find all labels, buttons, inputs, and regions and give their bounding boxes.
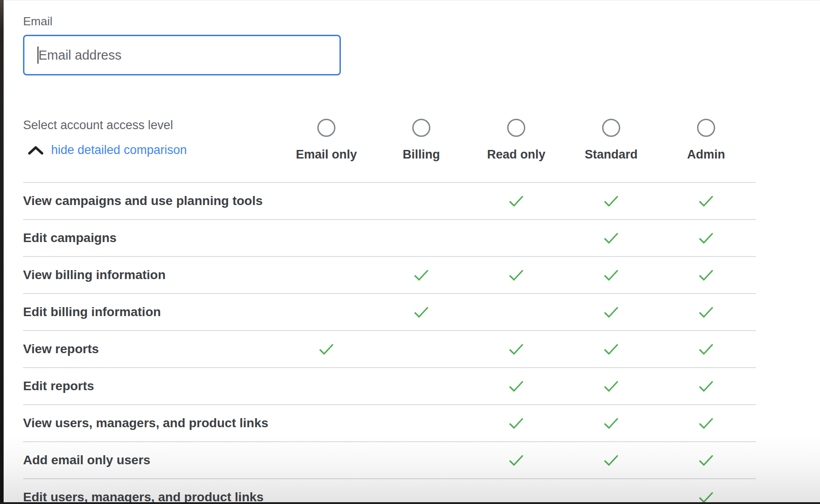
check-cell-read-only	[469, 183, 564, 219]
table-row-add-email-only-users: Add email only users	[23, 442, 756, 479]
access-level-column-admin: Admin	[659, 112, 754, 162]
email-input[interactable]	[38, 48, 305, 63]
check-cell-admin	[659, 442, 754, 478]
access-level-label-email-only: Email only	[296, 147, 357, 162]
radio-read-only[interactable]	[507, 119, 525, 137]
email-label: Email	[23, 14, 756, 29]
check-cell-read-only	[469, 294, 564, 330]
feature-label: Edit billing information	[23, 305, 279, 319]
check-cell-billing	[374, 294, 469, 330]
checkmark-icon	[698, 343, 714, 355]
table-row-edit-reports: Edit reports	[23, 368, 756, 405]
access-level-column-standard: Standard	[564, 112, 659, 162]
table-row-view-users-managers-and-product-links: View users, managers, and product links	[23, 405, 756, 442]
access-comparison-table: View campaigns and use planning tools Ed…	[23, 182, 756, 504]
radio-admin[interactable]	[697, 119, 715, 137]
access-level-header: Select account access level hide detaile…	[23, 112, 756, 162]
checkmark-icon	[698, 232, 714, 244]
check-cell-standard	[564, 368, 659, 404]
toggle-comparison-label: hide detailed comparison	[51, 143, 187, 158]
check-cell-admin	[659, 294, 754, 330]
checkmark-icon	[603, 195, 619, 207]
table-row-view-campaigns-and-use-planning-tools: View campaigns and use planning tools	[23, 183, 756, 220]
check-cell-billing	[374, 183, 469, 219]
check-cell-email-only	[279, 294, 374, 330]
radio-standard[interactable]	[602, 119, 620, 137]
table-row-view-reports: View reports	[23, 331, 756, 368]
check-cell-read-only	[469, 405, 564, 441]
checkmark-icon	[508, 417, 524, 429]
check-cell-read-only	[469, 220, 564, 256]
checkmark-icon	[603, 232, 619, 244]
access-level-label-admin: Admin	[687, 147, 725, 162]
check-cell-admin	[659, 257, 754, 293]
access-level-title: Select account access level	[23, 117, 279, 133]
check-cell-email-only	[279, 220, 374, 256]
checkmark-icon	[413, 269, 429, 281]
check-cell-admin	[659, 405, 754, 441]
checkmark-icon	[508, 195, 524, 207]
checkmark-icon	[508, 380, 524, 392]
checkmark-icon	[698, 454, 714, 467]
checkmark-icon	[413, 306, 429, 318]
check-cell-billing	[374, 368, 469, 404]
checkmark-icon	[603, 380, 619, 392]
table-row-edit-users-managers-and-product-links: Edit users, managers, and product links	[23, 479, 756, 504]
toggle-comparison-link[interactable]: hide detailed comparison	[28, 143, 279, 158]
check-cell-read-only	[469, 442, 564, 478]
check-cell-admin	[659, 368, 754, 404]
email-input-box[interactable]	[23, 35, 341, 75]
checkmark-icon	[698, 417, 714, 429]
invite-user-panel: Email Select account access level hide d…	[23, 0, 756, 504]
window-bottom-edge	[0, 502, 820, 504]
check-cell-billing	[374, 257, 469, 293]
check-cell-standard	[564, 479, 659, 504]
check-cell-admin	[659, 479, 754, 504]
radio-billing[interactable]	[412, 119, 430, 137]
feature-label: Edit reports	[23, 379, 279, 393]
access-level-label-billing: Billing	[403, 147, 440, 162]
checkmark-icon	[603, 269, 619, 281]
checkmark-icon	[698, 306, 714, 318]
check-cell-billing	[374, 220, 469, 256]
check-cell-read-only	[469, 331, 564, 367]
check-cell-standard	[564, 220, 659, 256]
access-level-column-read-only: Read only	[469, 112, 564, 162]
check-cell-standard	[564, 183, 659, 219]
window-left-edge	[0, 0, 4, 504]
check-cell-email-only	[279, 257, 374, 293]
feature-label: View users, managers, and product links	[23, 416, 279, 430]
table-row-edit-campaigns: Edit campaigns	[23, 220, 756, 257]
check-cell-email-only	[279, 405, 374, 441]
feature-label: Edit campaigns	[23, 231, 279, 245]
radio-email-only[interactable]	[317, 119, 335, 137]
feature-label: View reports	[23, 342, 279, 356]
checkmark-icon	[603, 343, 619, 355]
checkmark-icon	[508, 454, 524, 467]
checkmark-icon	[508, 343, 524, 355]
check-cell-email-only	[279, 442, 374, 478]
checkmark-icon	[698, 269, 714, 281]
feature-label: Add email only users	[23, 453, 279, 467]
table-row-view-billing-information: View billing information	[23, 257, 756, 294]
check-cell-admin	[659, 183, 754, 219]
check-cell-email-only	[279, 331, 374, 367]
check-cell-read-only	[469, 257, 564, 293]
checkmark-icon	[603, 306, 619, 318]
checkmark-icon	[603, 454, 619, 467]
check-cell-read-only	[469, 368, 564, 404]
feature-label: View campaigns and use planning tools	[23, 194, 279, 208]
access-level-column-billing: Billing	[374, 112, 469, 162]
table-row-edit-billing-information: Edit billing information	[23, 294, 756, 331]
access-level-column-email-only: Email only	[279, 112, 374, 162]
check-cell-email-only	[279, 479, 374, 504]
check-cell-admin	[659, 331, 754, 367]
feature-label: View billing information	[23, 268, 279, 282]
window-top-edge	[4, 0, 820, 0]
checkmark-icon	[698, 491, 714, 504]
check-cell-email-only	[279, 368, 374, 404]
check-cell-admin	[659, 220, 754, 256]
check-cell-standard	[564, 442, 659, 478]
checkmark-icon	[318, 343, 335, 355]
access-level-label-read-only: Read only	[487, 147, 545, 162]
